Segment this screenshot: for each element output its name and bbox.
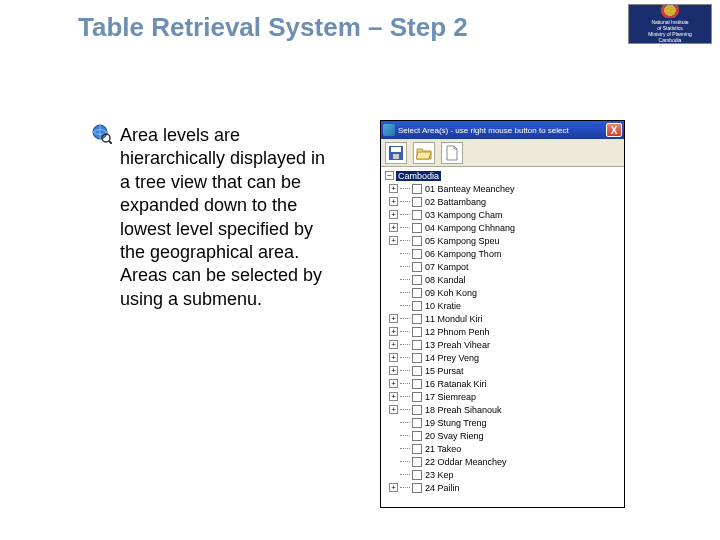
expander-placeholder [389, 301, 398, 310]
plus-icon[interactable]: + [389, 327, 398, 336]
area-tree[interactable]: − Cambodia +01 Banteay Meanchey+02 Batta… [381, 167, 624, 507]
tree-item-label: 22 Oddar Meanchey [425, 457, 507, 467]
area-checkbox[interactable] [412, 288, 422, 298]
tree-connector [400, 240, 410, 241]
plus-icon[interactable]: + [389, 366, 398, 375]
tree-connector [400, 357, 410, 358]
tree-item[interactable]: +01 Banteay Meanchey [385, 182, 620, 195]
area-checkbox[interactable] [412, 340, 422, 350]
close-button[interactable]: X [606, 123, 622, 137]
area-checkbox[interactable] [412, 262, 422, 272]
tree-item[interactable]: +14 Prey Veng [385, 351, 620, 364]
tree-connector [400, 227, 410, 228]
area-checkbox[interactable] [412, 236, 422, 246]
tree-connector [400, 305, 410, 306]
tree-item-label: 04 Kampong Chhnang [425, 223, 515, 233]
area-checkbox[interactable] [412, 327, 422, 337]
folder-open-icon [416, 145, 432, 161]
dialog-app-icon [383, 124, 395, 136]
tree-item-label: 20 Svay Rieng [425, 431, 484, 441]
tree-item[interactable]: +11 Mondul Kiri [385, 312, 620, 325]
tree-item-label: 19 Stung Treng [425, 418, 487, 428]
tree-root-item[interactable]: − Cambodia [385, 169, 620, 182]
open-button[interactable] [413, 142, 435, 164]
tree-connector [400, 344, 410, 345]
plus-icon[interactable]: + [389, 405, 398, 414]
plus-icon[interactable]: + [389, 340, 398, 349]
area-checkbox[interactable] [412, 249, 422, 259]
save-button[interactable] [385, 142, 407, 164]
tree-connector [400, 383, 410, 384]
tree-item[interactable]: +12 Phnom Penh [385, 325, 620, 338]
area-checkbox[interactable] [412, 457, 422, 467]
tree-item[interactable]: +24 Pailin [385, 481, 620, 494]
tree-item-label: 16 Ratanak Kiri [425, 379, 487, 389]
area-checkbox[interactable] [412, 470, 422, 480]
tree-item-label: 21 Takeo [425, 444, 461, 454]
tree-item[interactable]: 08 Kandal [385, 273, 620, 286]
area-checkbox[interactable] [412, 366, 422, 376]
tree-connector [400, 214, 410, 215]
area-checkbox[interactable] [412, 353, 422, 363]
plus-icon[interactable]: + [389, 483, 398, 492]
tree-item-label: 06 Kampong Thom [425, 249, 501, 259]
floppy-icon [388, 145, 404, 161]
tree-connector [400, 422, 410, 423]
area-checkbox[interactable] [412, 184, 422, 194]
area-checkbox[interactable] [412, 210, 422, 220]
tree-item-label: 10 Kratie [425, 301, 461, 311]
tree-item[interactable]: +03 Kampong Cham [385, 208, 620, 221]
plus-icon[interactable]: + [389, 314, 398, 323]
slide-body-text: Area levels are hierarchically displayed… [120, 124, 330, 311]
tree-item[interactable]: +18 Preah Sihanouk [385, 403, 620, 416]
new-button[interactable] [441, 142, 463, 164]
tree-item[interactable]: 21 Takeo [385, 442, 620, 455]
tree-item[interactable]: 22 Oddar Meanchey [385, 455, 620, 468]
area-checkbox[interactable] [412, 223, 422, 233]
plus-icon[interactable]: + [389, 392, 398, 401]
tree-item[interactable]: 10 Kratie [385, 299, 620, 312]
area-checkbox[interactable] [412, 418, 422, 428]
plus-icon[interactable]: + [389, 379, 398, 388]
area-checkbox[interactable] [412, 314, 422, 324]
area-checkbox[interactable] [412, 275, 422, 285]
tree-item[interactable]: 07 Kampot [385, 260, 620, 273]
plus-icon[interactable]: + [389, 223, 398, 232]
tree-connector [400, 253, 410, 254]
area-checkbox[interactable] [412, 444, 422, 454]
tree-item[interactable]: +17 Siemreap [385, 390, 620, 403]
expander-placeholder [389, 262, 398, 271]
area-checkbox[interactable] [412, 197, 422, 207]
dialog-titlebar[interactable]: Select Area(s) - use right mouse button … [381, 121, 624, 139]
area-checkbox[interactable] [412, 392, 422, 402]
area-checkbox[interactable] [412, 405, 422, 415]
dialog-title-text: Select Area(s) - use right mouse button … [398, 126, 569, 135]
area-checkbox[interactable] [412, 379, 422, 389]
plus-icon[interactable]: + [389, 210, 398, 219]
tree-connector [400, 279, 410, 280]
tree-item[interactable]: +13 Preah Vihear [385, 338, 620, 351]
tree-connector [400, 461, 410, 462]
tree-item[interactable]: 23 Kep [385, 468, 620, 481]
tree-item[interactable]: 20 Svay Rieng [385, 429, 620, 442]
plus-icon[interactable]: + [389, 236, 398, 245]
plus-icon[interactable]: + [389, 184, 398, 193]
area-checkbox[interactable] [412, 301, 422, 311]
tree-connector [400, 474, 410, 475]
area-checkbox[interactable] [412, 483, 422, 493]
tree-item[interactable]: +05 Kampong Speu [385, 234, 620, 247]
tree-item[interactable]: 09 Koh Kong [385, 286, 620, 299]
tree-item[interactable]: +04 Kampong Chhnang [385, 221, 620, 234]
plus-icon[interactable]: + [389, 353, 398, 362]
tree-item[interactable]: +02 Battambang [385, 195, 620, 208]
minus-icon[interactable]: − [385, 171, 394, 180]
tree-item[interactable]: +16 Ratanak Kiri [385, 377, 620, 390]
tree-item[interactable]: 19 Stung Treng [385, 416, 620, 429]
tree-item-label: 05 Kampong Speu [425, 236, 500, 246]
area-checkbox[interactable] [412, 431, 422, 441]
expander-placeholder [389, 457, 398, 466]
tree-item[interactable]: 06 Kampong Thom [385, 247, 620, 260]
plus-icon[interactable]: + [389, 197, 398, 206]
tree-item[interactable]: +15 Pursat [385, 364, 620, 377]
expander-placeholder [389, 431, 398, 440]
